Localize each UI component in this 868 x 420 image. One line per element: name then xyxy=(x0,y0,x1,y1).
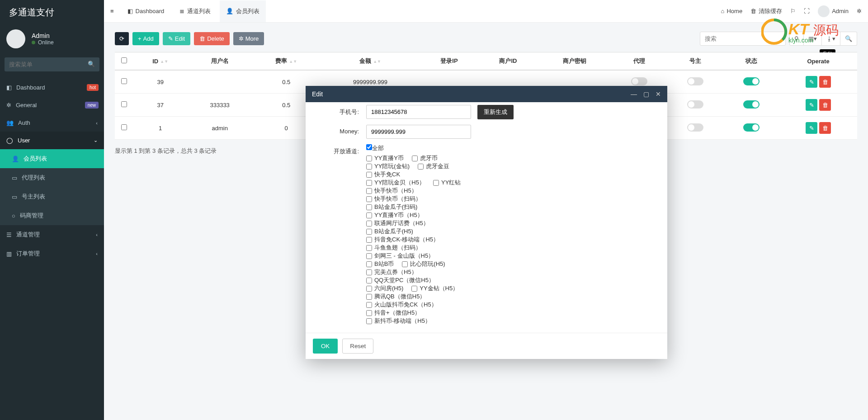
channel-checkbox[interactable]: B站金瓜子(扫码) xyxy=(366,203,417,211)
language-icon[interactable]: ⚐ xyxy=(790,8,796,14)
status-toggle[interactable] xyxy=(743,123,760,132)
checkbox-all[interactable]: 全部 xyxy=(366,144,461,152)
channel-checkbox-input[interactable] xyxy=(366,237,372,243)
channel-checkbox-input[interactable] xyxy=(366,310,372,316)
channel-checkbox[interactable]: 快手快币（H5） xyxy=(366,187,417,195)
channel-checkbox[interactable]: 联通网厅话费（H5） xyxy=(366,219,429,227)
row-checkbox[interactable] xyxy=(121,101,127,107)
row-delete-button[interactable]: 🗑 xyxy=(819,76,831,88)
search-icon[interactable]: 🔍 xyxy=(88,61,95,67)
fullscreen-icon[interactable]: ⛶ xyxy=(804,8,810,14)
channel-checkbox[interactable]: YY陪玩(金钻) xyxy=(366,162,410,170)
phone-input[interactable] xyxy=(366,105,471,119)
channel-checkbox[interactable]: 虎牙币 xyxy=(412,154,438,162)
col-username[interactable]: 用户名 xyxy=(188,52,252,71)
channel-checkbox-input[interactable] xyxy=(402,261,408,267)
row-edit-button[interactable]: ✎ xyxy=(806,99,817,111)
haozhu-toggle[interactable] xyxy=(687,100,703,109)
channel-checkbox-input[interactable] xyxy=(411,286,417,292)
refresh-button[interactable]: ⟳ xyxy=(115,32,129,45)
sidebar-item-auth[interactable]: 👥 Auth ‹ xyxy=(0,114,104,132)
sidebar-item-mashang[interactable]: ○ 码商管理 xyxy=(0,206,104,225)
tab-dashboard[interactable]: ◧ Dashboard xyxy=(121,1,171,21)
gears-icon[interactable]: ✲ xyxy=(857,8,862,14)
channel-checkbox-input[interactable] xyxy=(366,196,372,202)
channel-checkbox[interactable]: 新抖币-移动端（H5） xyxy=(366,317,431,325)
haozhu-toggle[interactable] xyxy=(687,123,703,132)
channel-checkbox-input[interactable] xyxy=(366,269,372,275)
maximize-icon[interactable]: ▢ xyxy=(643,90,649,98)
common-search-button[interactable]: 🔍 xyxy=(840,32,857,46)
channel-checkbox[interactable]: 抖音免CK-移动端（H5） xyxy=(366,236,439,244)
channel-checkbox-input[interactable] xyxy=(366,164,372,170)
channel-checkbox[interactable]: 快手快币（扫码） xyxy=(366,195,421,203)
channel-checkbox[interactable]: B站金瓜子(H5) xyxy=(366,227,413,236)
sidebar-item-member-list[interactable]: 👤 会员列表 xyxy=(0,149,104,168)
channel-checkbox-input[interactable] xyxy=(418,164,424,170)
agent-toggle[interactable] xyxy=(631,77,647,85)
reset-button[interactable]: Reset xyxy=(342,339,373,354)
sidebar-search-input[interactable] xyxy=(5,57,99,71)
row-edit-button[interactable]: ✎ xyxy=(806,122,817,134)
row-edit-button[interactable]: ✎ xyxy=(806,76,817,88)
channel-checkbox[interactable]: YY金钻（H5） xyxy=(411,284,458,293)
channel-checkbox[interactable]: 完美点券（H5） xyxy=(366,268,417,276)
channel-checkbox-input[interactable] xyxy=(366,278,372,283)
channel-checkbox[interactable]: 剑网三 - 金山版（H5） xyxy=(366,252,434,260)
channel-checkbox[interactable]: 火山版抖币免CK（H5） xyxy=(366,301,437,309)
search-input[interactable] xyxy=(700,32,786,46)
regen-button[interactable]: 重新生成 xyxy=(477,105,514,119)
channel-checkbox[interactable]: YY陪玩金贝（H5） xyxy=(366,179,425,187)
add-button[interactable]: +Add xyxy=(132,32,159,45)
col-amount[interactable]: 金额▲▼ xyxy=(321,52,420,71)
channel-checkbox-input[interactable] xyxy=(366,204,372,210)
more-button[interactable]: ✲More xyxy=(233,32,264,45)
channel-checkbox-input[interactable] xyxy=(366,253,372,259)
channel-checkbox-input[interactable] xyxy=(366,302,372,308)
channel-checkbox[interactable]: 虎牙金豆 xyxy=(418,162,449,170)
channel-checkbox-input[interactable] xyxy=(366,229,372,235)
row-checkbox[interactable] xyxy=(121,78,127,84)
row-delete-button[interactable]: 🗑 xyxy=(819,99,831,111)
channel-checkbox[interactable]: YY红钻 xyxy=(433,179,461,187)
channel-checkbox-input[interactable] xyxy=(366,156,372,161)
export-button[interactable]: ⭳▾ xyxy=(822,32,840,46)
all-checkbox-input[interactable] xyxy=(366,144,372,150)
channel-checkbox-input[interactable] xyxy=(366,286,372,292)
edit-button[interactable]: ✎Edit xyxy=(163,32,190,45)
channel-checkbox[interactable]: YY直播Y币 xyxy=(366,154,404,162)
minimize-icon[interactable]: — xyxy=(631,90,637,98)
channel-checkbox-input[interactable] xyxy=(366,318,372,324)
sidebar-item-general[interactable]: ✲ General new xyxy=(0,96,104,114)
status-toggle[interactable] xyxy=(743,100,760,109)
sidebar-item-agent-list[interactable]: ▭ 代理列表 xyxy=(0,168,104,187)
row-checkbox[interactable] xyxy=(121,124,127,130)
ok-button[interactable]: OK xyxy=(313,339,338,354)
channel-checkbox[interactable]: YY直播Y币（H5） xyxy=(366,211,423,219)
channel-checkbox[interactable]: 快手免CK xyxy=(366,170,400,179)
channel-checkbox-input[interactable] xyxy=(366,172,372,178)
money-input[interactable] xyxy=(366,125,471,139)
columns-button[interactable]: ▥▾ xyxy=(804,32,822,46)
channel-checkbox[interactable]: QQ天堂PC（微信H5） xyxy=(366,276,434,284)
tab-channel-list[interactable]: ≣ 通道列表 xyxy=(173,0,217,22)
clear-cache-link[interactable]: 🗑清除缓存 xyxy=(750,7,782,15)
tab-member-list[interactable]: 👤 会员列表 xyxy=(220,0,266,22)
channel-checkbox-input[interactable] xyxy=(366,188,372,194)
sidebar-item-channel[interactable]: ☰ 通道管理 ‹ xyxy=(0,225,104,244)
channel-checkbox[interactable]: 比心陪玩(H5) xyxy=(402,260,445,268)
channel-checkbox[interactable]: B站B币 xyxy=(366,260,394,268)
col-id[interactable]: ID▲▼ xyxy=(133,52,188,71)
magnify-button[interactable]: ⚲ xyxy=(789,32,804,46)
close-icon[interactable]: ✕ xyxy=(656,90,661,98)
channel-checkbox[interactable]: 抖音+（微信H5） xyxy=(366,309,420,317)
sidebar-item-order[interactable]: ▥ 订单管理 ‹ xyxy=(0,244,104,263)
haozhu-toggle[interactable] xyxy=(687,77,703,85)
col-rate[interactable]: 费率▲▼ xyxy=(252,52,321,71)
home-link[interactable]: ⌂Home xyxy=(721,8,743,14)
channel-checkbox-input[interactable] xyxy=(366,261,372,267)
channel-checkbox-input[interactable] xyxy=(366,180,372,186)
topbar-user[interactable]: Admin xyxy=(818,5,849,17)
channel-checkbox-input[interactable] xyxy=(412,156,418,161)
row-delete-button[interactable]: 🗑 xyxy=(819,122,831,134)
